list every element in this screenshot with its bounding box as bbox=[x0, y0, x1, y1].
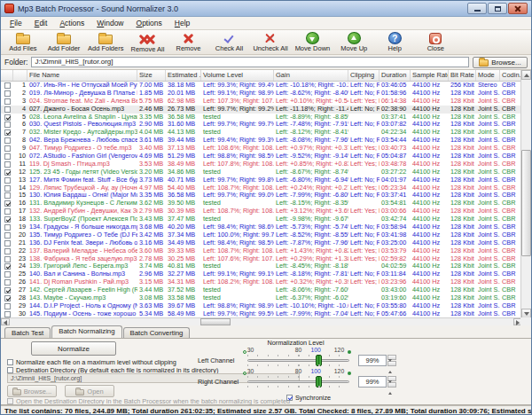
row-checkbox[interactable] bbox=[4, 208, 11, 215]
table-row[interactable]: 6 030. Quest Pistols - Революция.mp3 2.9… bbox=[1, 121, 522, 129]
left-spin-down-button[interactable] bbox=[387, 361, 396, 366]
row-checkbox[interactable] bbox=[4, 256, 11, 262]
normalize-button[interactable]: Normalize bbox=[31, 341, 116, 356]
table-row[interactable]: 17 132. Андрей Губин - Девушки, Как Звез… bbox=[1, 208, 522, 215]
table-row[interactable]: 21 136. DJ Fenix feat. Звери - Любовь од… bbox=[1, 239, 522, 247]
row-checkbox[interactable] bbox=[4, 200, 11, 207]
left-channel-slider[interactable] bbox=[247, 355, 349, 366]
vertical-scroll-thumb[interactable] bbox=[521, 150, 531, 256]
dest-open-button[interactable]: Open bbox=[65, 385, 114, 397]
header-estimated[interactable]: Estimated ... bbox=[166, 70, 201, 81]
header-coding[interactable]: Codin... bbox=[500, 70, 522, 81]
row-checkbox[interactable] bbox=[4, 169, 11, 176]
row-checkbox[interactable] bbox=[4, 240, 11, 247]
header-clipping[interactable]: Clipping bbox=[348, 70, 379, 81]
folder-browse-button[interactable]: Browse... bbox=[473, 57, 528, 68]
add-folder-button[interactable]: Add Folder bbox=[43, 31, 84, 53]
remove-button[interactable]: Remove bbox=[168, 31, 208, 53]
row-checkbox[interactable] bbox=[4, 98, 11, 105]
table-row[interactable]: 4 027. Джанго - Босая Осень.mp3 2.46 MB … bbox=[1, 106, 522, 114]
row-checkbox[interactable] bbox=[4, 279, 11, 286]
row-checkbox[interactable] bbox=[4, 121, 11, 128]
header-number[interactable] bbox=[13, 70, 27, 81]
table-row[interactable]: 13 127. Митя Фомин feat. Stuff - Все буд… bbox=[1, 176, 522, 184]
table-row[interactable]: 25 140. Вал и Санина - Волны.mp3 2.96 MB… bbox=[1, 270, 522, 278]
header-bit-rate[interactable]: Bit Rate bbox=[449, 70, 476, 81]
right-channel-value[interactable]: 99% bbox=[358, 376, 387, 388]
menu-help[interactable]: Help bbox=[169, 18, 195, 28]
horizontal-scroll-thumb[interactable] bbox=[200, 318, 231, 325]
table-row[interactable]: 26 141. Dj Roman Pushkin - Рай.mp3 3.15 … bbox=[1, 278, 522, 286]
left-channel-value[interactable]: 99% bbox=[358, 355, 387, 366]
header-duration[interactable]: Duration bbox=[379, 70, 411, 81]
uncheck-all-button[interactable]: Uncheck All bbox=[249, 31, 291, 53]
row-checkbox[interactable] bbox=[4, 295, 11, 301]
table-row[interactable]: 23 138. Фабрика - Я тебя зацелую.mp3 2.7… bbox=[1, 255, 522, 263]
row-checkbox[interactable] bbox=[4, 224, 11, 231]
table-row[interactable]: 12 125. 23 45 - Годы летят (Video Versio… bbox=[1, 168, 522, 176]
table-row[interactable]: 10 072. AStudio - Fashion Girl (Vengerov… bbox=[1, 153, 522, 161]
table-row[interactable]: 7 032. Mister Кредо - Аутсайдеры.mp3 4.0… bbox=[1, 129, 522, 137]
header-sample-rate[interactable]: Sample Rate bbox=[411, 70, 449, 81]
row-checkbox[interactable] bbox=[4, 232, 11, 239]
minimize-button[interactable] bbox=[467, 3, 487, 14]
table-row[interactable]: 29 144. D.I.P Project - Ноль к Одному (N… bbox=[1, 302, 522, 310]
header-size[interactable]: Size bbox=[137, 70, 166, 81]
row-checkbox[interactable] bbox=[4, 271, 11, 278]
menu-window[interactable]: Window bbox=[91, 18, 129, 28]
menu-options[interactable]: Options bbox=[131, 18, 168, 28]
table-row[interactable]: 14 129. Ляпис Трубецкой - Ау, ау (Ночное… bbox=[1, 184, 522, 192]
scroll-left-arrow[interactable] bbox=[1, 318, 10, 325]
add-files-button[interactable]: Add Files bbox=[3, 31, 43, 53]
vertical-scrollbar[interactable] bbox=[520, 70, 531, 318]
tab-batch-converting[interactable]: Batch Converting bbox=[123, 327, 191, 338]
row-checkbox[interactable] bbox=[4, 137, 11, 144]
right-channel-slider[interactable] bbox=[247, 376, 349, 388]
table-row[interactable]: 5 028. Leona Avrelina & Shaplin - Цунами… bbox=[1, 114, 522, 121]
open-dest-checkbox[interactable] bbox=[7, 398, 13, 404]
table-row[interactable]: 15 130. Юлия Бардаш - Огня! (Major Music… bbox=[1, 192, 522, 200]
header-volume-level[interactable]: Volume Level bbox=[201, 70, 274, 81]
table-row[interactable]: 16 131. Владимир Кузнецов - С Легким пар… bbox=[1, 200, 522, 208]
close-toolbar-button[interactable]: Close bbox=[415, 31, 456, 53]
check-all-button[interactable]: Check All bbox=[208, 31, 249, 53]
row-checkbox[interactable] bbox=[4, 263, 11, 270]
dest-dir-checkbox[interactable] bbox=[7, 367, 13, 373]
row-checkbox[interactable] bbox=[4, 114, 11, 121]
folder-path-input[interactable]: J:\Zimnii_HitS_[rutor.org] bbox=[31, 57, 469, 67]
move-down-button[interactable]: Move Down bbox=[292, 31, 334, 53]
row-checkbox[interactable] bbox=[4, 248, 11, 254]
menu-file[interactable]: File bbox=[4, 18, 27, 28]
table-row[interactable]: 8 042. Вера Брежнева - Любовь спасет мир… bbox=[1, 137, 522, 145]
row-checkbox[interactable] bbox=[4, 153, 11, 160]
table-row[interactable]: 28 143. Maybe - Скучаю.mp3 3.08 MB 33.58… bbox=[1, 294, 522, 302]
table-row[interactable]: 9 047. Тимур Родригез - О тебе.mp3 3.40 … bbox=[1, 145, 522, 153]
menu-actions[interactable]: Actions bbox=[54, 18, 90, 28]
menu-edit[interactable]: Edit bbox=[29, 18, 53, 28]
table-row[interactable]: 1 007. Инь-Ян - Не Отпускай Моей Руки.mp… bbox=[1, 82, 522, 90]
move-up-button[interactable]: Move Up bbox=[333, 31, 374, 53]
header-gain[interactable]: Gain bbox=[274, 70, 348, 81]
synchronize-checkbox[interactable] bbox=[286, 395, 293, 401]
row-checkbox[interactable] bbox=[4, 177, 11, 184]
row-checkbox[interactable] bbox=[4, 82, 11, 89]
row-checkbox[interactable] bbox=[4, 192, 11, 199]
scroll-up-arrow[interactable] bbox=[521, 70, 531, 80]
right-spin-down-button[interactable] bbox=[387, 382, 396, 388]
table-row[interactable]: 19 134. Градусы - Я больше никогда.mp3 3… bbox=[1, 223, 522, 231]
row-checkbox[interactable] bbox=[4, 90, 11, 97]
row-checkbox[interactable] bbox=[4, 185, 11, 192]
row-checkbox[interactable] bbox=[4, 161, 11, 168]
add-folders-button[interactable]: Add Folders bbox=[84, 31, 127, 53]
horizontal-scrollbar[interactable] bbox=[1, 317, 522, 325]
row-checkbox[interactable] bbox=[4, 129, 11, 136]
close-button[interactable] bbox=[508, 3, 528, 14]
header-check[interactable] bbox=[1, 70, 13, 81]
table-row[interactable]: 27 142. Сергей Лазарев - Feelin High (Ra… bbox=[1, 286, 522, 294]
header-file-name[interactable]: File Name bbox=[27, 70, 137, 81]
table-row[interactable]: 18 133. SuperBoyZ (Проект Алексея Потехи… bbox=[1, 215, 522, 223]
table-row[interactable]: 11 119. Dj Smash - Птица.mp3 3.53 MB 38.… bbox=[1, 161, 522, 168]
dest-browse-button[interactable]: Browse... bbox=[7, 385, 57, 397]
table-row[interactable]: 20 135. Тимур Родригез - О Тебе (DJ Feel… bbox=[1, 231, 522, 239]
maximize-button[interactable] bbox=[488, 3, 507, 14]
